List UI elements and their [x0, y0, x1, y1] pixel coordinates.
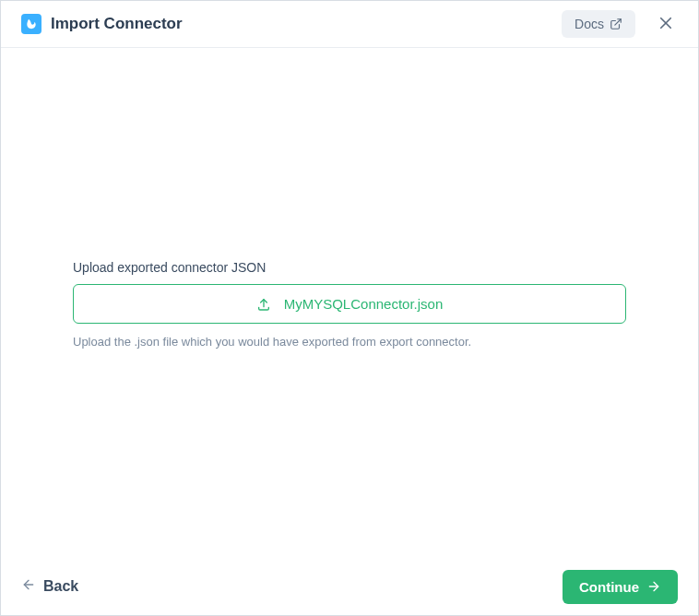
svg-line-0 — [615, 19, 621, 25]
continue-button[interactable]: Continue — [563, 570, 678, 604]
dialog-body: Upload exported connector JSON MyMYSQLCo… — [1, 51, 698, 558]
close-button[interactable] — [654, 11, 678, 38]
back-button[interactable]: Back — [21, 574, 78, 599]
continue-label: Continue — [579, 579, 639, 595]
upload-filename: MyMYSQLConnector.json — [284, 296, 444, 312]
header-left: Import Connector — [21, 14, 183, 34]
upload-dropzone[interactable]: MyMYSQLConnector.json — [73, 284, 626, 324]
upload-hint: Upload the .json file which you would ha… — [73, 335, 626, 349]
upload-section: Upload exported connector JSON MyMYSQLCo… — [73, 260, 626, 349]
header-right: Docs — [562, 10, 678, 38]
arrow-left-icon — [21, 577, 36, 596]
back-label: Back — [43, 578, 78, 595]
close-icon — [658, 15, 674, 34]
arrow-right-icon — [646, 579, 661, 594]
dialog-footer: Back Continue — [1, 558, 698, 615]
docs-label: Docs — [575, 17, 604, 31]
docs-button[interactable]: Docs — [562, 10, 635, 38]
external-link-icon — [610, 18, 622, 30]
upload-field-label: Upload exported connector JSON — [73, 260, 626, 275]
app-icon — [21, 14, 41, 34]
dialog-title: Import Connector — [51, 15, 183, 33]
upload-icon — [256, 297, 271, 312]
dialog-header: Import Connector Docs — [1, 1, 698, 48]
